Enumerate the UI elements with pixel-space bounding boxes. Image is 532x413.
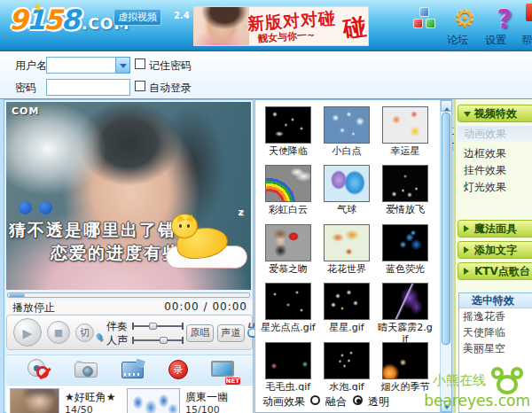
scrollbar-thumb[interactable] bbox=[442, 113, 450, 345]
accompaniment-slider-thumb[interactable] bbox=[149, 323, 157, 330]
sparkle-icon: ✶ bbox=[34, 2, 43, 14]
selected-effect-item[interactable]: 美丽星空 bbox=[459, 340, 532, 356]
scroll-down-button[interactable] bbox=[441, 401, 452, 412]
effect-item[interactable]: 爱慕之吻 bbox=[261, 224, 316, 275]
question-icon: ? bbox=[497, 5, 512, 32]
accompaniment-slider[interactable] bbox=[133, 322, 183, 331]
ktv-header[interactable]: KTV点歌台 bbox=[458, 262, 532, 280]
net-tag: NET bbox=[225, 378, 240, 385]
playback-progress-bar[interactable] bbox=[7, 292, 250, 298]
original-vocal-button[interactable]: 原唱 bbox=[186, 324, 214, 342]
sidebar-item-border[interactable]: 边框效果 bbox=[458, 145, 532, 161]
autologin-label: 自动登录 bbox=[149, 81, 192, 96]
vocal-slider[interactable] bbox=[133, 336, 183, 345]
logo-version: 2.4 bbox=[174, 11, 190, 20]
effect-thumbnail bbox=[324, 106, 370, 144]
banner-ad[interactable]: 新版对对碰 靓女与你一~ 碰 bbox=[193, 6, 369, 46]
effect-thumbnail bbox=[324, 165, 370, 202]
remember-password-checkbox[interactable] bbox=[135, 58, 145, 69]
karaoke-dot-icon bbox=[39, 201, 52, 214]
room-name: ★好旺角★ bbox=[65, 390, 116, 405]
effect-thumbnail bbox=[265, 342, 311, 379]
blend-radio[interactable] bbox=[310, 395, 320, 405]
app-window: ✶ 9158 .COM 虚拟视频 2.4 新版对对碰 靓女与你一~ 碰 论坛 ⚙… bbox=[0, 0, 532, 413]
effect-thumbnail bbox=[382, 224, 428, 261]
corner-red-icon bbox=[526, 4, 532, 21]
effect-item[interactable]: 小白点 bbox=[319, 106, 374, 157]
effect-thumbnail bbox=[265, 165, 311, 202]
vocal-label: 人声 bbox=[106, 333, 128, 348]
tool-icons-row: 录 NET bbox=[6, 355, 253, 384]
snapshot-button[interactable] bbox=[74, 358, 100, 381]
effect-item[interactable]: 烟火的季节 bbox=[378, 342, 433, 393]
effect-thumbnail bbox=[382, 342, 428, 379]
record-button[interactable]: 录 bbox=[166, 358, 192, 381]
magic-mask-header[interactable]: 魔法面具 bbox=[458, 220, 532, 238]
accompaniment-label: 伴奏 bbox=[106, 319, 128, 334]
chevron-right-icon bbox=[464, 225, 473, 232]
effect-item[interactable]: 幸运星 bbox=[378, 106, 433, 157]
stop-button[interactable] bbox=[47, 321, 70, 344]
sidebar-item-pendant[interactable]: 挂件效果 bbox=[458, 162, 532, 178]
effects-scrollbar[interactable] bbox=[440, 100, 451, 412]
transparent-radio[interactable] bbox=[353, 395, 363, 405]
login-bar: 用户名 记住密码 登录 密码 自动登录 免费注册 【美女自拍】可爱美女性感艺术照… bbox=[0, 51, 532, 99]
password-input[interactable] bbox=[46, 79, 130, 96]
effects-sidebar: 视频特效 动画效果 边框效果 挂件效果 灯光效果 魔法面具 添加文字 KTV点歌… bbox=[454, 99, 532, 413]
effect-item[interactable]: 星星.gif bbox=[319, 283, 374, 333]
effect-item[interactable]: 星光点点.gif bbox=[261, 283, 316, 333]
nav-help[interactable]: ? 帮助 bbox=[484, 5, 525, 48]
animation-mode-label: 动画效果 bbox=[262, 394, 305, 409]
autologin-checkbox[interactable] bbox=[135, 81, 145, 91]
logo-tagline: 虚拟视频 bbox=[113, 9, 161, 26]
channel-button[interactable]: 声道 bbox=[217, 324, 245, 342]
effect-thumbnail bbox=[324, 283, 370, 320]
effect-item[interactable]: 爱情放飞 bbox=[378, 165, 433, 215]
progress-thumb[interactable] bbox=[9, 293, 25, 297]
net-monitor-button[interactable]: NET bbox=[210, 358, 237, 381]
cat-overlay-icon: z bbox=[164, 206, 249, 270]
prohibit-icon bbox=[36, 366, 49, 378]
effect-thumbnail bbox=[265, 106, 311, 144]
username-dropdown-button[interactable] bbox=[115, 57, 130, 74]
play-button[interactable] bbox=[13, 318, 42, 347]
room-thumbnail[interactable] bbox=[10, 388, 59, 413]
selected-effect-item[interactable]: 天使降临 bbox=[459, 324, 532, 340]
sidebar-item-light[interactable]: 灯光效果 bbox=[458, 179, 532, 195]
status-row: 播放停止 00:00 / 00:00 bbox=[6, 300, 253, 314]
video-display: COM 猜不透是哪里出了错 恋爱的进度有些落后 z bbox=[6, 102, 251, 290]
camera-icon bbox=[74, 362, 98, 378]
username-label: 用户名 bbox=[15, 58, 47, 74]
sidebar-item-animation[interactable]: 动画效果 bbox=[458, 126, 532, 142]
effect-item[interactable]: 彩虹白云 bbox=[261, 165, 316, 215]
vocal-slider-thumb[interactable] bbox=[160, 337, 168, 344]
effect-item[interactable]: 气球 bbox=[319, 165, 374, 215]
effect-item[interactable]: 花花世界 bbox=[319, 224, 374, 275]
header: ✶ 9158 .COM 虚拟视频 2.4 新版对对碰 靓女与你一~ 碰 论坛 ⚙… bbox=[0, 0, 532, 51]
cubes-icon bbox=[412, 7, 437, 32]
room-thumbnail[interactable] bbox=[127, 388, 180, 413]
ad-girl-photo bbox=[194, 7, 249, 46]
effect-item[interactable]: 毛毛虫.gif bbox=[261, 342, 316, 393]
scroll-up-button[interactable] bbox=[441, 100, 452, 112]
effect-thumbnail bbox=[382, 283, 428, 320]
nav-forum[interactable]: 论坛 bbox=[404, 5, 445, 48]
effect-item[interactable]: 晴天霹雳2.gif bbox=[378, 283, 433, 345]
lyric-line-1: 猜不透是哪里出了错 bbox=[9, 219, 176, 242]
effect-item[interactable]: 蓝色荧光 bbox=[378, 224, 433, 275]
switch-button[interactable]: 切 bbox=[75, 323, 94, 342]
effect-thumbnail bbox=[265, 224, 311, 261]
effect-thumbnail bbox=[265, 283, 311, 320]
video-corner-label: COM bbox=[12, 105, 39, 117]
video-file-button[interactable] bbox=[120, 358, 146, 381]
effect-item[interactable]: 水泡.gif bbox=[319, 342, 374, 393]
selected-effect-item[interactable]: 摇逸花香 bbox=[459, 308, 532, 324]
add-text-header[interactable]: 添加文字 bbox=[458, 241, 532, 259]
room-list: ★好旺角★ 14/50 进入房间 廣東一幽 15/100 进入房间 bbox=[6, 385, 253, 413]
effect-item[interactable]: 天使降临 bbox=[261, 106, 316, 157]
nav-settings[interactable]: ⚙ 设置 bbox=[444, 5, 485, 48]
chevron-down-icon bbox=[464, 112, 471, 121]
video-effects-header[interactable]: 视频特效 bbox=[458, 105, 532, 122]
disable-webcam-button[interactable] bbox=[26, 358, 52, 381]
transparent-label: 透明 bbox=[368, 394, 389, 409]
